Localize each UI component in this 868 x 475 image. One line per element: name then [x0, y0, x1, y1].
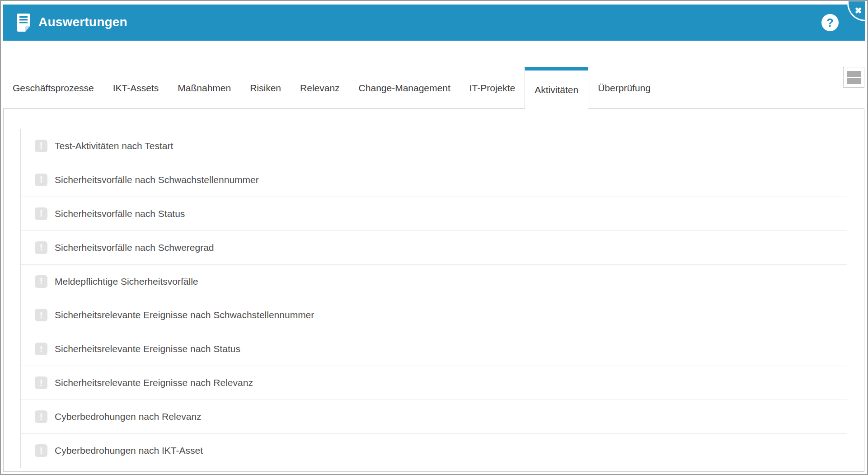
report-row-sicherheitsrelevante-ereignisse-nach-schwachstellennummer[interactable]: ! Sicherheitsrelevante Ereignisse nach S…	[21, 298, 847, 332]
exclamation-icon: !	[35, 309, 47, 321]
tab-risiken[interactable]: Risiken	[240, 67, 291, 109]
report-row-meldepflichtige-sicherheitsvorf-lle[interactable]: ! Meldepflichtige Sicherheitsvorfälle	[21, 265, 847, 299]
tab-berpr-fung[interactable]: Überprüfung	[588, 67, 660, 109]
report-row-sicherheitsrelevante-ereignisse-nach-status[interactable]: ! Sicherheitsrelevante Ereignisse nach S…	[21, 332, 847, 366]
help-button[interactable]: ?	[821, 14, 839, 31]
report-label: Sicherheitsrelevante Ereignisse nach Rel…	[55, 377, 253, 388]
tab-bar: GeschäftsprozesseIKT-AssetsMaßnahmenRisi…	[3, 67, 660, 109]
exclamation-icon: !	[35, 241, 47, 254]
report-label: Sicherheitsrelevante Ereignisse nach Sta…	[55, 343, 240, 354]
report-label: Sicherheitsvorfälle nach Schwachstellenn…	[55, 174, 259, 185]
exclamation-icon: !	[35, 343, 47, 355]
report-label: Cyberbedrohungen nach Relevanz	[55, 411, 202, 422]
report-row-cyberbedrohungen-nach-relevanz[interactable]: ! Cyberbedrohungen nach Relevanz	[21, 400, 847, 434]
list-view-toggle-button[interactable]	[843, 67, 864, 88]
report-label: Test-Aktivitäten nach Testart	[55, 141, 173, 151]
report-row-sicherheitsvorf-lle-nach-schweregrad[interactable]: ! Sicherheitsvorfälle nach Schweregrad	[21, 231, 847, 265]
tab-content-panel: ! Test-Aktivitäten nach Testart ! Sicher…	[3, 108, 864, 472]
report-label: Sicherheitsvorfälle nach Schweregrad	[55, 242, 214, 253]
report-label: Sicherheitsrelevante Ereignisse nach Sch…	[55, 310, 314, 320]
tab-it-projekte[interactable]: IT-Projekte	[460, 67, 525, 109]
list-rows-icon	[847, 78, 861, 84]
report-list: ! Test-Aktivitäten nach Testart ! Sicher…	[20, 129, 847, 468]
exclamation-icon: !	[35, 207, 47, 220]
report-row-sicherheitsvorf-lle-nach-status[interactable]: ! Sicherheitsvorfälle nach Status	[21, 197, 847, 231]
tab-ikt-assets[interactable]: IKT-Assets	[103, 67, 169, 109]
close-icon: ✖	[855, 5, 862, 16]
exclamation-icon: !	[35, 174, 47, 186]
report-row-cyberbedrohungen-nach-ikt-asset[interactable]: ! Cyberbedrohungen nach IKT-Asset	[21, 434, 847, 468]
title-bar: Auswertungen ?	[3, 5, 865, 41]
dialog-title: Auswertungen	[38, 15, 127, 29]
exclamation-icon: !	[35, 275, 47, 288]
report-document-icon	[17, 13, 30, 32]
exclamation-icon: !	[35, 376, 47, 389]
tab-aktivit-ten[interactable]: Aktivitäten	[525, 67, 588, 109]
report-row-test-aktivit-ten-nach-testart[interactable]: ! Test-Aktivitäten nach Testart	[21, 129, 847, 163]
list-rows-icon	[847, 71, 861, 77]
report-label: Sicherheitsvorfälle nach Status	[55, 208, 185, 219]
exclamation-icon: !	[35, 140, 47, 152]
tab-ma-nahmen[interactable]: Maßnahmen	[168, 67, 240, 109]
tab-change-management[interactable]: Change-Management	[349, 67, 460, 109]
exclamation-icon: !	[35, 444, 47, 457]
report-label: Cyberbedrohungen nach IKT-Asset	[55, 445, 203, 456]
report-row-sicherheitsrelevante-ereignisse-nach-relevanz[interactable]: ! Sicherheitsrelevante Ereignisse nach R…	[21, 366, 847, 400]
tab-relevanz[interactable]: Relevanz	[291, 67, 349, 109]
report-row-sicherheitsvorf-lle-nach-schwachstellennummer[interactable]: ! Sicherheitsvorfälle nach Schwachstelle…	[21, 163, 847, 197]
report-label: Meldepflichtige Sicherheitsvorfälle	[55, 276, 198, 287]
tab-gesch-ftsprozesse[interactable]: Geschäftsprozesse	[3, 67, 103, 109]
exclamation-icon: !	[35, 410, 47, 423]
